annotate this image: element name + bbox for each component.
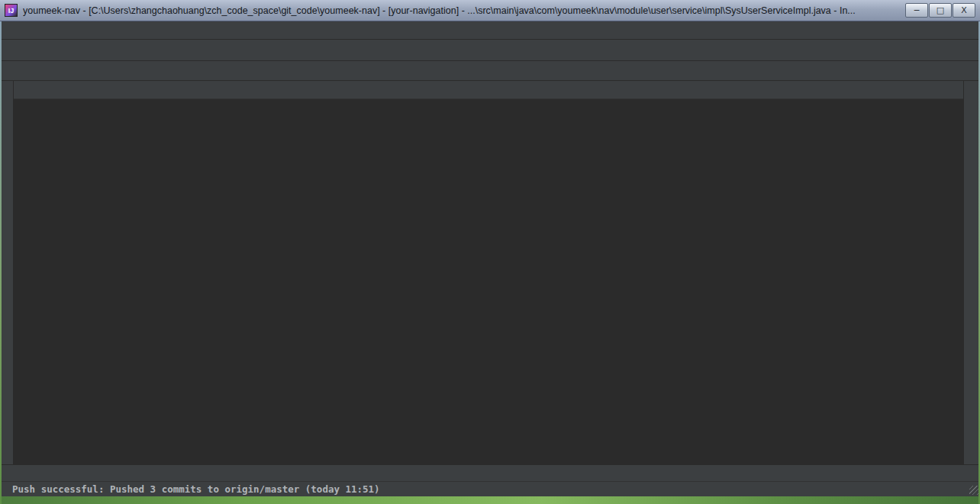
maximize-button[interactable]: □ bbox=[929, 3, 952, 18]
status-bar: Push successful: Pushed 3 commits to ori… bbox=[0, 481, 980, 496]
close-button[interactable]: X bbox=[953, 3, 975, 18]
title-bar[interactable]: IJ youmeek-nav - [C:\Users\zhangchaohuan… bbox=[0, 0, 980, 21]
app-icon: IJ bbox=[5, 4, 18, 17]
left-tool-window-bar bbox=[0, 81, 14, 464]
menu-bar bbox=[0, 21, 980, 40]
editor-tabs bbox=[14, 81, 963, 99]
status-message: Push successful: Pushed 3 commits to ori… bbox=[12, 483, 380, 495]
resize-grip[interactable] bbox=[969, 486, 978, 495]
intellij-idea-window: IJ youmeek-nav - [C:\Users\zhangchaohuan… bbox=[0, 0, 980, 504]
code-editor[interactable] bbox=[14, 99, 963, 464]
minimize-button[interactable]: ─ bbox=[905, 3, 928, 18]
right-tool-window-bar bbox=[963, 81, 980, 464]
desktop-wallpaper-strip bbox=[0, 496, 980, 504]
navigation-bar bbox=[0, 61, 980, 81]
editor-column bbox=[14, 81, 963, 464]
main-area bbox=[0, 81, 980, 464]
bottom-tool-window-bar bbox=[0, 464, 980, 481]
window-controls: ─ □ X bbox=[905, 3, 975, 18]
window-title: youmeek-nav - [C:\Users\zhangchaohuang\z… bbox=[23, 5, 899, 16]
main-toolbar bbox=[0, 40, 980, 61]
window-border-left bbox=[0, 21, 2, 504]
